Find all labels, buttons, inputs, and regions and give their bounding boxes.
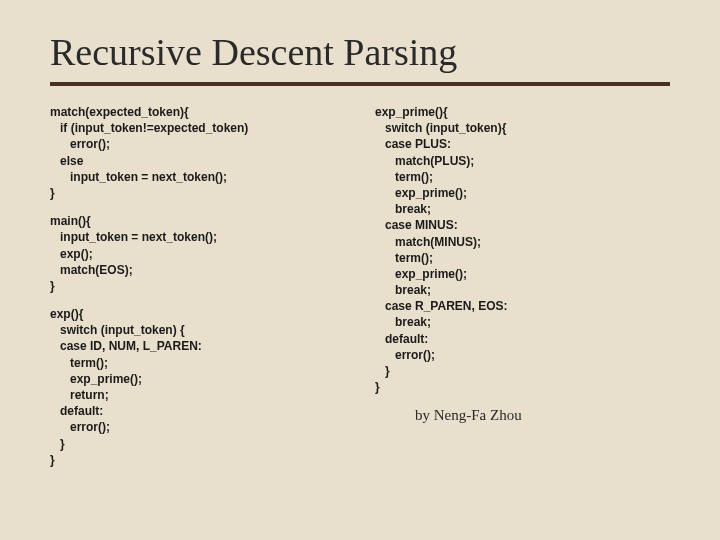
- code-exp-function: exp(){ switch (input_token) { case ID, N…: [50, 306, 345, 468]
- right-column: exp_prime(){ switch (input_token){ case …: [375, 104, 670, 480]
- left-column: match(expected_token){ if (input_token!=…: [50, 104, 345, 480]
- code-main-function: main(){ input_token = next_token(); exp(…: [50, 213, 345, 294]
- code-match-function: match(expected_token){ if (input_token!=…: [50, 104, 345, 201]
- code-exp-prime-function: exp_prime(){ switch (input_token){ case …: [375, 104, 670, 395]
- attribution-text: by Neng-Fa Zhou: [375, 407, 670, 424]
- title-divider: [50, 82, 670, 86]
- content-area: match(expected_token){ if (input_token!=…: [50, 104, 670, 480]
- slide-title: Recursive Descent Parsing: [50, 30, 670, 74]
